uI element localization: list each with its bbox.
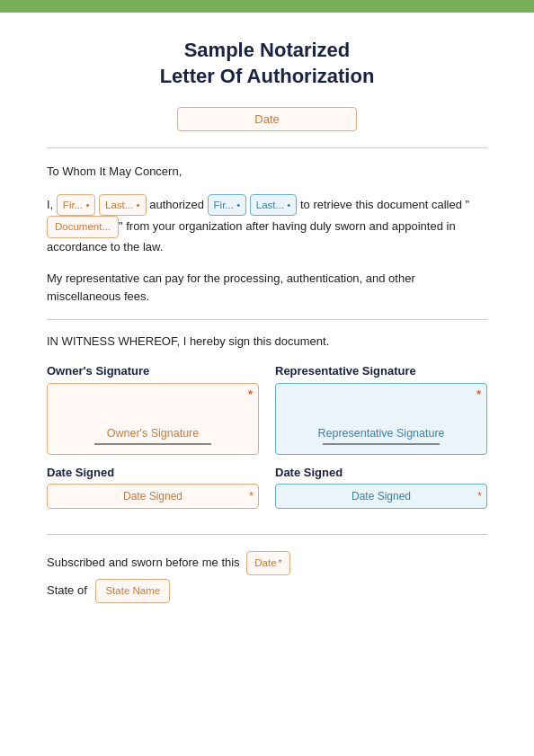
sworn-date-required: * <box>279 557 282 568</box>
salutation: To Whom It May Concern, <box>47 163 487 182</box>
signature-section: Owner's Signature * Owner's Signature Re… <box>47 364 487 455</box>
top-divider <box>47 147 487 148</box>
sworn-line-2: State of State Name <box>47 579 487 603</box>
rep-sig-required: * <box>476 387 481 401</box>
owner-sig-required: * <box>248 387 253 401</box>
date-signed-row: Date Signed Date Signed * Date Signed Da… <box>47 466 487 509</box>
sworn-line-1: Subscribed and sworn before me this Date… <box>47 551 487 575</box>
date-field-wrapper: Date <box>47 107 487 131</box>
rep-sig-box[interactable]: * Representative Signature <box>275 383 487 455</box>
owner-sig-label: Owner's Signature <box>47 364 259 378</box>
owner-date-signed-block: Date Signed Date Signed * <box>47 466 259 509</box>
sworn-text-1: Subscribed and sworn before me this <box>47 556 240 569</box>
owner-sig-placeholder: Owner's Signature <box>107 427 199 440</box>
rep-signature-block: Representative Signature * Representativ… <box>275 364 487 455</box>
sworn-date-field[interactable]: Date* <box>246 551 290 575</box>
rep-sig-placeholder: Representative Signature <box>317 427 444 440</box>
rep-first-name-field[interactable]: Fir... • <box>208 194 247 216</box>
owner-signature-block: Owner's Signature * Owner's Signature <box>47 364 259 455</box>
retrieve-text: to retrieve this document called " <box>300 198 469 211</box>
bottom-divider <box>47 534 487 535</box>
owner-date-signed-required: * <box>249 490 254 503</box>
witness-text: IN WITNESS WHEREOF, I hereby sign this d… <box>47 334 487 348</box>
owner-date-signed-label: Date Signed <box>47 466 259 479</box>
page-title: Sample NotarizedLetter Of Authorization <box>47 38 487 89</box>
owner-last-name-field[interactable]: Last... • <box>99 194 147 216</box>
date-input[interactable]: Date <box>177 107 357 131</box>
state-name-field[interactable]: State Name <box>95 579 170 603</box>
rep-date-signed-wrapper: Date Signed * <box>275 484 487 509</box>
document-field[interactable]: Document... <box>47 216 119 237</box>
rep-date-signed-label: Date Signed <box>275 466 487 479</box>
owner-date-signed-wrapper: Date Signed * <box>47 484 259 509</box>
state-text: State of <box>47 583 87 597</box>
sworn-section: Subscribed and sworn before me this Date… <box>47 551 487 602</box>
rep-sig-line <box>323 443 440 445</box>
body-paragraph-2: My representative can pay for the proces… <box>47 270 487 307</box>
rep-sig-label: Representative Signature <box>275 364 487 378</box>
green-top-bar <box>0 0 534 13</box>
rep-date-signed-block: Date Signed Date Signed * <box>275 466 487 509</box>
body-paragraph-1: I, Fir... • Last... • authorized Fir... … <box>47 194 487 257</box>
body-intro: I, <box>47 198 53 211</box>
middle-divider <box>47 319 487 320</box>
rep-date-signed-required: * <box>477 490 482 503</box>
rep-date-signed-input[interactable]: Date Signed <box>275 484 487 509</box>
authorized-text: authorized <box>149 198 207 211</box>
owner-sig-box[interactable]: * Owner's Signature <box>47 383 259 455</box>
owner-date-signed-input[interactable]: Date Signed <box>47 484 259 509</box>
rep-last-name-field[interactable]: Last... • <box>250 194 298 216</box>
title-section: Sample NotarizedLetter Of Authorization <box>47 38 487 89</box>
owner-sig-line <box>94 443 211 445</box>
owner-first-name-field[interactable]: Fir... • <box>57 194 96 216</box>
